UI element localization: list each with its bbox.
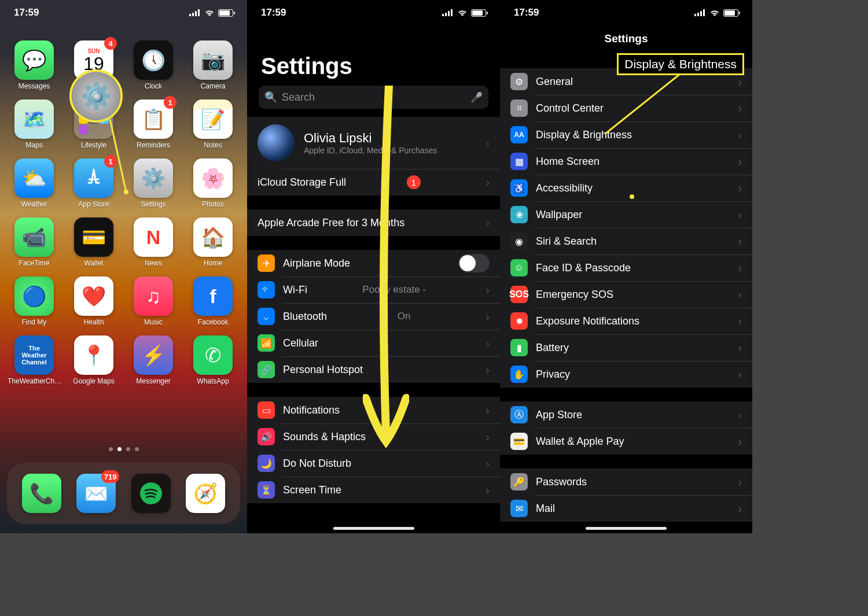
app-clock[interactable]: 🕔Clock — [130, 40, 177, 90]
chevron-right-icon: › — [486, 137, 490, 150]
facebook-icon: f — [193, 276, 233, 316]
appstore-row[interactable]: Ⓐ App Store › — [500, 401, 752, 428]
dock-phone[interactable]: 📞 — [22, 474, 61, 513]
wallpaper-row[interactable]: ❀ Wallpaper › — [500, 201, 752, 228]
wifi-row[interactable]: ᯤ Wi-Fi Poopy estate - › — [247, 276, 500, 303]
siri-icon: ◉ — [510, 233, 528, 250]
passwords-row[interactable]: 🔑 Passwords › — [500, 469, 752, 495]
battery-row[interactable]: ▮ Battery › — [500, 334, 752, 361]
calendar-icon: SUN 19 4 — [74, 40, 113, 80]
airplane-mode-row[interactable]: ✈ Airplane Mode — [247, 250, 500, 276]
app-appstore[interactable]: 1App Store — [70, 158, 117, 208]
app-calendar[interactable]: SUN 19 4 Calendar — [70, 40, 117, 90]
app-health[interactable]: ❤️Health — [70, 276, 117, 326]
cellular-row[interactable]: 📶 Cellular › — [247, 330, 500, 356]
chevron-right-icon: › — [486, 176, 490, 189]
app-messenger[interactable]: ⚡Messenger — [130, 335, 177, 385]
mail-row[interactable]: ✉ Mail › — [500, 495, 752, 522]
chevron-right-icon: › — [738, 102, 742, 115]
app-weather-channel[interactable]: The Weather ChannelTheWeatherCh… — [10, 335, 58, 385]
siri-row[interactable]: ◉ Siri & Search › — [500, 228, 752, 254]
app-notes[interactable]: 📝Notes — [189, 99, 237, 149]
display-brightness-row[interactable]: AA Display & Brightness › — [500, 121, 752, 148]
app-facetime[interactable]: 📹FaceTime — [10, 217, 58, 267]
profile-row[interactable]: Olivia Lipski Apple ID, iCloud, Media & … — [247, 117, 500, 169]
cellular-signal-icon — [189, 9, 201, 16]
app-maps[interactable]: 🗺️Maps — [10, 99, 58, 149]
accessibility-row[interactable]: ♿ Accessibility › — [500, 175, 752, 201]
avatar — [258, 124, 295, 161]
chevron-right-icon: › — [738, 208, 742, 222]
icloud-storage-row[interactable]: iCloud Storage Full 1 › — [247, 169, 500, 196]
apple-arcade-row[interactable]: Apple Arcade Free for 3 Months › — [247, 209, 500, 236]
chevron-right-icon: › — [738, 341, 742, 355]
cellular-signal-icon — [694, 9, 706, 16]
app-wallet[interactable]: 💳Wallet — [70, 217, 117, 267]
homescreen-icon: ▦ — [510, 153, 528, 170]
status-time: 17:59 — [514, 7, 539, 19]
chevron-right-icon: › — [486, 216, 490, 230]
chevron-right-icon: › — [738, 155, 742, 168]
music-icon: ♫ — [134, 276, 173, 316]
wallet-pay-row[interactable]: 💳 Wallet & Apple Pay › — [500, 428, 752, 455]
chevron-right-icon: › — [738, 408, 742, 422]
settings-icon: ⚙️ — [134, 158, 173, 198]
chevron-right-icon: › — [486, 430, 490, 444]
screentime-icon: ⏳ — [258, 481, 275, 499]
annotation-dot — [630, 194, 634, 199]
gmaps-icon: 📍 — [74, 335, 113, 375]
app-messages[interactable]: 💬Messages — [10, 40, 58, 90]
app-reminders[interactable]: 📋1Reminders — [130, 99, 177, 149]
home-icon: 🏠 — [193, 217, 233, 257]
exposure-row[interactable]: ✹ Exposure Notifications › — [500, 308, 752, 334]
notes-icon: 📝 — [193, 99, 233, 139]
app-findmy[interactable]: 🔵Find My — [10, 276, 58, 326]
personal-hotspot-row[interactable]: 🔗 Personal Hotspot › — [247, 356, 500, 383]
app-settings[interactable]: ⚙️Settings — [130, 158, 177, 208]
faceid-row[interactable]: ☺ Face ID & Passcode › — [500, 254, 752, 281]
mic-icon[interactable]: 🎤 — [470, 91, 483, 104]
app-facebook[interactable]: fFacebook — [189, 276, 237, 326]
bluetooth-row[interactable]: ⌵ Bluetooth On › — [247, 303, 500, 330]
app-photos[interactable]: 🌸Photos — [189, 158, 237, 208]
dock-safari[interactable]: 🧭 — [186, 474, 225, 513]
app-news[interactable]: NNews — [130, 217, 177, 267]
sos-row[interactable]: SOS Emergency SOS › — [500, 281, 752, 308]
clock-icon: 🕔 — [134, 40, 173, 80]
dnd-row[interactable]: 🌙 Do Not Disturb › — [247, 450, 500, 477]
sounds-icon: 🔊 — [258, 428, 275, 445]
dock-mail[interactable]: ✉️719 — [76, 474, 116, 513]
airplane-icon: ✈ — [258, 254, 275, 272]
app-whatsapp[interactable]: ✆WhatsApp — [189, 335, 237, 385]
app-camera[interactable]: 📷Camera — [189, 40, 237, 90]
app-weather[interactable]: ⛅Weather — [10, 158, 58, 208]
chevron-right-icon: › — [738, 315, 742, 328]
page-dots[interactable] — [0, 447, 247, 451]
chevron-right-icon: › — [486, 484, 490, 497]
folder-lifestyle[interactable]: Lifestyle — [70, 99, 117, 149]
wifi-icon — [709, 9, 720, 17]
bt-detail: On — [398, 311, 411, 322]
sounds-row[interactable]: 🔊 Sounds & Haptics › — [247, 423, 500, 450]
chevron-right-icon: › — [486, 363, 490, 377]
app-home[interactable]: 🏠Home — [189, 217, 237, 267]
screentime-row[interactable]: ⏳ Screen Time › — [247, 477, 500, 503]
maps-icon: 🗺️ — [14, 99, 54, 139]
notifications-row[interactable]: ▭ Notifications › — [247, 397, 500, 423]
privacy-row[interactable]: ✋ Privacy › — [500, 361, 752, 388]
home-indicator[interactable] — [333, 527, 414, 530]
control-center-row[interactable]: ⌗ Control Center › — [500, 95, 752, 121]
chevron-right-icon: › — [738, 128, 742, 142]
search-input[interactable]: 🔍 Search 🎤 — [259, 86, 488, 109]
home-screen-row[interactable]: ▦ Home Screen › — [500, 148, 752, 175]
home-screen: 17:59 💬Messages SUN 19 4 Calendar 🕔Clock… — [0, 0, 247, 533]
app-google-maps[interactable]: 📍Google Maps — [70, 335, 117, 385]
twc-icon: The Weather Channel — [14, 335, 54, 375]
app-music[interactable]: ♫Music — [130, 276, 177, 326]
cellular-signal-icon — [442, 9, 454, 16]
nav-title: Settings — [500, 32, 752, 45]
airplane-toggle[interactable] — [458, 254, 490, 272]
exposure-icon: ✹ — [510, 312, 528, 330]
dock-spotify[interactable] — [131, 474, 171, 513]
home-indicator[interactable] — [586, 527, 667, 530]
